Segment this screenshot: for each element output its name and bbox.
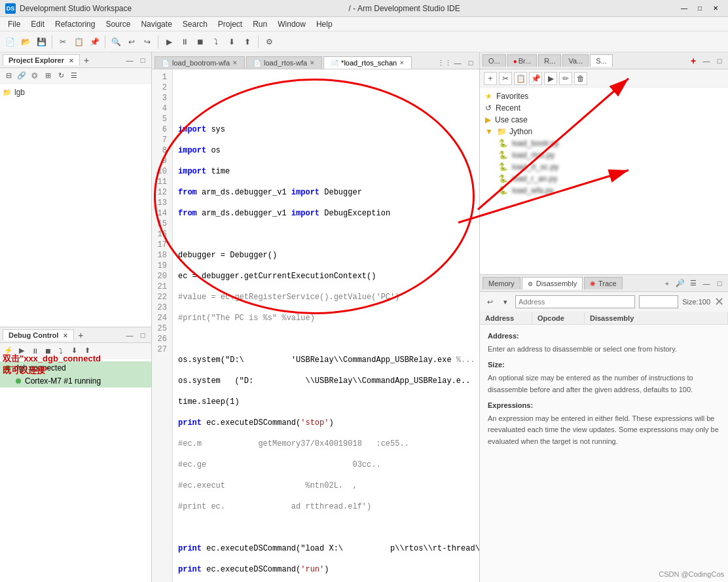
toolbar-pause[interactable]: ⏸ [177,35,192,49]
toolbar-step-over[interactable]: ⤵ [209,35,223,49]
jython-file-3[interactable]: 🐍 load_rt_sc.py [493,161,728,173]
jython-file-icon-3: 🐍 [498,162,508,172]
editor-maximize[interactable]: □ [465,57,477,69]
jython-file-2[interactable]: 🐍 load_rtos.py [493,149,728,161]
refresh-btn[interactable]: ↻ [55,70,67,82]
snippets-tab-r[interactable]: R... [538,54,561,67]
toolbar-search[interactable]: 🔍 [109,35,123,49]
link-editor-btn[interactable]: 🔗 [16,70,27,82]
fav-item-favorites[interactable]: ★ Favorites [480,90,728,102]
debug-control-tab[interactable]: Debug Control ✕ [3,329,74,340]
snip-btn-delete[interactable]: 🗑 [574,72,587,85]
fav-item-recent[interactable]: ↺ Recent [480,102,728,114]
size-label: Size:100 [682,298,710,306]
disasm-back-btn[interactable]: ↩ [484,296,496,308]
filter-btn[interactable]: ⏣ [29,70,41,82]
menu-edit[interactable]: Edit [26,18,50,30]
toolbar-open[interactable]: 📂 [18,35,33,49]
menu-source[interactable]: Source [100,18,136,30]
close-button[interactable]: ✕ [708,3,723,14]
size-input[interactable] [639,295,678,308]
tab-close-rtos[interactable]: ✕ [310,60,315,66]
editor-tab-schan[interactable]: 📄 *load_rtos_schan ✕ [323,56,412,69]
project-explorer-add-tab[interactable]: + [81,55,92,65]
menu-project[interactable]: Project [213,18,247,30]
debug-maximize-btn[interactable]: □ [137,329,149,341]
toolbar-undo[interactable]: ↩ [124,35,139,49]
line-numbers: 12345 678910 1112131415 1617181920 21222… [152,69,173,582]
memory-tab-disasm[interactable]: ⚙ Disassembly [522,277,583,289]
memory-tool1[interactable]: 🔎 [674,278,686,289]
toolbar-paste[interactable]: 📌 [87,35,101,49]
editor-tab-bootrom[interactable]: 📄 load_bootrom-wfa ✕ [155,56,245,69]
menu-run[interactable]: Run [247,18,272,30]
fav-item-jython[interactable]: ▼ 📁 Jython [480,126,728,137]
toolbar-redo[interactable]: ↪ [140,35,155,49]
snip-btn-scissors[interactable]: ✂ [499,72,512,85]
maximize-button[interactable]: □ [693,3,707,14]
tree-item-lgb[interactable]: 📁 lgb [0,86,151,98]
jython-file-4[interactable]: 🐍 load_r_an.py [493,173,728,185]
menu-refactoring[interactable]: Refactoring [50,18,100,30]
menu-file[interactable]: File [3,18,26,30]
editor-view-menu[interactable]: ⋮⋮ [439,57,450,69]
snippets-tab-o[interactable]: O... [482,54,506,67]
address-input[interactable] [515,295,635,308]
menu-navigate[interactable]: Navigate [136,18,177,30]
memory-tab-memory[interactable]: Memory [482,277,520,289]
debug-control-add-tab[interactable]: + [75,330,86,340]
toolbar-step-into[interactable]: ⬇ [225,35,239,49]
expand-btn[interactable]: ⊞ [42,70,54,82]
snip-btn-paste[interactable]: 📌 [529,72,542,85]
panel-minimize-btn[interactable]: — [124,54,136,66]
toolbar-cut[interactable]: ✂ [56,35,70,49]
code-line-2 [178,103,474,114]
project-explorer-tab[interactable]: Project Explorer ✕ [3,54,80,65]
project-explorer-tab-close[interactable]: ✕ [69,58,74,64]
snippets-tab-br[interactable]: ●Br... [507,54,537,67]
toolbar-run[interactable]: ▶ [162,35,176,49]
toolbar-copy[interactable]: 📋 [71,35,86,49]
snippets-tab-va[interactable]: Va... [562,54,589,67]
memory-tab-trace[interactable]: ❋ Trace [584,277,623,289]
toolbar-settings[interactable]: ⚙ [262,35,276,49]
menu-window[interactable]: Window [272,18,311,30]
snip-btn-add[interactable]: + [484,72,497,85]
snip-btn-edit[interactable]: ✏ [559,72,572,85]
toolbar-sep2 [105,35,105,48]
code-editor[interactable]: import sys import os import time from ar… [173,69,479,582]
tab-close-bootrom[interactable]: ✕ [232,60,238,66]
disasm-dropdown-btn[interactable]: ▾ [500,296,511,308]
editor-minimize[interactable]: — [452,57,464,69]
disasm-close-btn[interactable]: ✕ [714,295,724,309]
collapse-all-btn[interactable]: ⊟ [3,70,14,82]
debug-minimize-btn[interactable]: — [124,329,136,341]
jython-file-1[interactable]: 🐍 load_bootr.py [493,137,728,149]
menu-help[interactable]: Help [311,18,338,30]
panel-maximize-btn[interactable]: □ [137,54,149,66]
snip-btn-copy[interactable]: 📋 [514,72,527,85]
toolbar-stop[interactable]: ⏹ [193,35,208,49]
editor-tab-rtos[interactable]: 📄 load_rtos-wfa ✕ [246,56,322,69]
snippets-add-tab[interactable]: + [687,55,699,67]
memory-panel: Memory ⚙ Disassembly ❋ Trace + 🔎 ☰ — [480,275,728,582]
memory-maximize[interactable]: □ [714,278,725,289]
snip-btn-run[interactable]: ▶ [544,72,557,85]
menu-search[interactable]: Search [177,18,213,30]
debug-control-tab-close[interactable]: ✕ [63,333,68,339]
toolbar-save[interactable]: 💾 [34,35,48,49]
menu-btn[interactable]: ☰ [68,70,80,82]
memory-minimize[interactable]: — [701,278,712,289]
toolbar-new[interactable]: 📄 [3,35,17,49]
memory-add-tab[interactable]: + [661,278,673,289]
minimize-button[interactable]: — [677,3,691,14]
tab-close-schan[interactable]: ✕ [399,60,405,66]
snippets-minimize[interactable]: — [701,55,712,67]
project-explorer-toolbar: ⊟ 🔗 ⏣ ⊞ ↻ ☰ [0,68,151,84]
fav-item-usecase[interactable]: ▶ Use case [480,114,728,126]
toolbar-step-out[interactable]: ⬆ [240,35,255,49]
snippets-maximize[interactable]: □ [714,55,725,67]
snippets-tab-s[interactable]: S... [590,54,613,67]
jython-file-5[interactable]: 🐍 load_wfa.py [493,185,728,196]
memory-tool2[interactable]: ☰ [687,278,699,289]
